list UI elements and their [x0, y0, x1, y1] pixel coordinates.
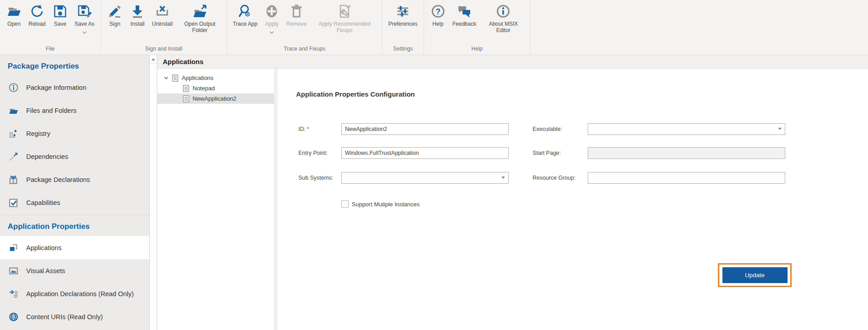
ribbon-group-label: Help	[427, 44, 528, 54]
sidebar-scrollbar[interactable]	[149, 55, 157, 330]
help-question-icon: ?	[430, 3, 446, 19]
executable-label: Executable:	[533, 123, 562, 135]
tree-node-notepad[interactable]: Notepad	[157, 83, 274, 93]
chevron-down-icon	[82, 28, 87, 31]
sidebar-item-capabilities[interactable]: Capabilities	[0, 191, 149, 214]
ribbon-button-reload[interactable]: Reload	[25, 2, 49, 27]
uninstall-icon	[154, 3, 170, 19]
ribbon-button-trace-app[interactable]: Trace App	[230, 2, 260, 27]
main-panel: Applications ApplicationsNotepadNewAppli…	[157, 55, 868, 330]
resource-group-input[interactable]	[588, 172, 785, 184]
ribbon-button-remove: Remove	[283, 2, 310, 27]
document-icon	[183, 85, 189, 92]
install-arrow-icon	[129, 3, 146, 19]
sub-systems-combobox[interactable]	[341, 172, 509, 184]
registry-icon	[8, 128, 19, 139]
ribbon-button-save[interactable]: Save	[49, 2, 71, 27]
ribbon-button-label: Open	[7, 21, 20, 27]
sidebar-item-content-uris-read-only[interactable]: Content URIs (Read Only)	[0, 305, 149, 328]
sidebar-item-application-declarations-read-only[interactable]: Application Declarations (Read Only)	[0, 282, 149, 305]
globe-icon	[8, 311, 19, 322]
about-info-icon	[495, 3, 511, 19]
sidebar-item-package-information[interactable]: Package Information	[0, 76, 149, 99]
scroll-up-button[interactable]	[150, 55, 157, 64]
sidebar-item-dependencies[interactable]: Dependencies	[0, 145, 149, 168]
remove-trash-icon	[288, 3, 305, 19]
executable-input[interactable]	[588, 123, 785, 135]
ribbon-button-label: Apply Recommended Fixups	[313, 21, 376, 33]
ribbon-button-uninstall[interactable]: Uninstall	[149, 2, 176, 27]
ribbon-button-label: Open Output Folder	[179, 21, 221, 33]
support-multiple-instances-row: Support Mutiple Instances	[341, 200, 420, 208]
scroll-up-icon	[151, 58, 155, 60]
chevron-down-icon[interactable]	[163, 75, 169, 81]
entry-point-input[interactable]	[341, 147, 509, 159]
list-arrow-icon	[8, 288, 19, 299]
sub-systems-label: Sub Systems:	[298, 172, 333, 184]
sidebar-item-files-and-folders[interactable]: Files and Folders	[0, 99, 149, 122]
tree-node-newapplication2[interactable]: NewApplication2	[157, 93, 274, 104]
required-asterisk: *	[307, 126, 309, 132]
ribbon-button-sign[interactable]: Sign	[104, 2, 126, 27]
ribbon-button-label: Feedback	[453, 21, 476, 27]
support-multiple-instances-checkbox[interactable]	[341, 200, 349, 208]
save-as-icon	[76, 3, 93, 19]
sidebar: Package PropertiesPackage InformationFil…	[0, 55, 149, 330]
executable-combobox[interactable]	[588, 123, 785, 135]
applications-tree: ApplicationsNotepadNewApplication2	[157, 69, 274, 330]
ribbon-button-install[interactable]: Install	[126, 2, 149, 27]
ribbon-button-about-msix-editor[interactable]: About MSIX Editor	[479, 2, 527, 33]
document-icon	[172, 74, 179, 82]
ribbon-button-label: About MSIX Editor	[482, 21, 524, 33]
sidebar-item-label: Applications	[26, 244, 61, 251]
sidebar-item-label: Dependencies	[26, 153, 68, 160]
ribbon-button-label: Sign	[109, 21, 120, 27]
sidebar-item-label: Package Information	[26, 84, 86, 91]
id-field-wrap	[341, 123, 509, 135]
document-icon	[183, 95, 189, 102]
open-output-folder-icon	[192, 3, 208, 19]
main-body: ApplicationsNotepadNewApplication2 Appli…	[157, 69, 868, 330]
ribbon-button-open-output-folder[interactable]: Open Output Folder	[176, 2, 224, 33]
sidebar-item-label: Visual Assets	[26, 267, 65, 274]
ribbon-group-label: Sign and Install	[104, 44, 224, 54]
ribbon-buttons: Trace AppApplyRemoveApply Recommended Fi…	[230, 2, 379, 33]
ribbon-group-label: File	[3, 44, 98, 54]
ribbon-group-settings: PreferencesSettings	[382, 0, 424, 55]
image-icon	[8, 265, 19, 276]
ribbon-group-trace-and-fixups: Trace AppApplyRemoveApply Recommended Fi…	[227, 0, 382, 55]
sidebar-item-registry[interactable]: Registry	[0, 122, 149, 145]
ribbon-button-label: Help	[432, 21, 443, 27]
ribbon-button-label: Install	[130, 21, 144, 27]
form-title: Application Properties Configuration	[296, 90, 415, 98]
ribbon-button-label: Reload	[28, 21, 46, 27]
sidebar-item-visual-assets[interactable]: Visual Assets	[0, 259, 149, 282]
panel-title: Applications	[163, 58, 203, 65]
support-multiple-instances-label: Support Mutiple Instances	[352, 201, 420, 208]
ribbon-buttons: SignInstallUninstallOpen Output Folder	[104, 2, 224, 33]
sub-systems-input[interactable]	[341, 172, 509, 184]
sidebar-item-applications[interactable]: Applications	[0, 236, 149, 259]
app-windows-icon	[8, 242, 19, 253]
ribbon-button-label: Save As	[75, 21, 94, 27]
id-label: ID:*	[298, 123, 309, 135]
sidebar-item-label: Registry	[26, 130, 50, 137]
ribbon-button-save-as[interactable]: Save As	[71, 2, 98, 31]
id-input[interactable]	[341, 123, 509, 135]
ribbon-button-help[interactable]: ?Help	[427, 2, 449, 27]
ribbon-button-preferences[interactable]: Preferences	[385, 2, 421, 27]
update-button[interactable]: Update	[722, 267, 788, 283]
sidebar-item-package-declarations[interactable]: Package Declarations	[0, 168, 149, 191]
ribbon-button-feedback[interactable]: Feedback	[449, 2, 480, 27]
sidebar-item-label: Package Declarations	[26, 176, 90, 183]
resource-group-field-wrap	[588, 172, 785, 184]
ribbon-buttons: ?HelpFeedbackAbout MSIX Editor	[427, 2, 528, 33]
tree-node-applications[interactable]: Applications	[157, 73, 274, 83]
ribbon-group-file: OpenReloadSaveSave AsFile	[0, 0, 101, 55]
sidebar-item-label: Files and Folders	[26, 107, 76, 114]
panel-header: Applications	[157, 55, 868, 69]
ribbon-button-open[interactable]: Open	[3, 2, 25, 27]
ribbon-buttons: OpenReloadSaveSave As	[3, 2, 98, 31]
ribbon-button-label: Trace App	[233, 21, 257, 27]
ribbon-group-sign-and-install: SignInstallUninstallOpen Output FolderSi…	[101, 0, 227, 55]
